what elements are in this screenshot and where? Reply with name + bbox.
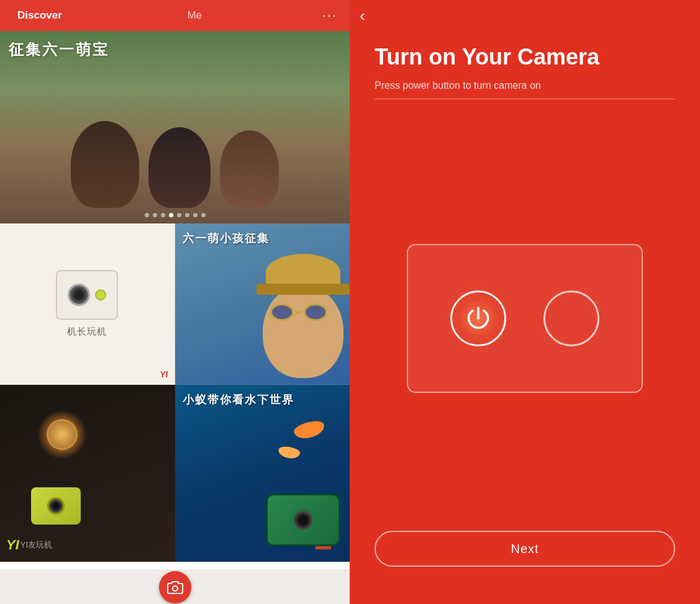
camera-lens	[68, 284, 90, 306]
camera-icon	[167, 580, 183, 594]
nav-discover[interactable]: Discover	[12, 7, 67, 24]
dot-5	[177, 213, 181, 217]
content-grid: YI 机长玩机 六一萌小孩征集	[0, 223, 350, 604]
dot-7	[193, 213, 198, 217]
cell1-label: 机长玩机	[67, 326, 107, 338]
yi-sub-text: YI友玩机	[20, 539, 52, 551]
next-button[interactable]: Next	[375, 531, 675, 567]
moto-camera	[31, 487, 81, 525]
record-button-ring	[537, 284, 606, 353]
right-panel: ‹ Turn on Your Camera Press power button…	[350, 0, 700, 604]
power-button-glow	[444, 284, 512, 353]
setup-subtitle: Press power button to turn camera on	[375, 80, 675, 91]
dot-1	[145, 213, 149, 217]
child-3	[220, 130, 279, 208]
top-nav: Discover Me ···	[0, 0, 350, 31]
camera-box-illustration	[407, 244, 643, 393]
child-1	[71, 121, 139, 208]
goggle-right	[304, 304, 327, 321]
child-2	[148, 127, 211, 208]
setup-content: Turn on Your Camera Press power button t…	[350, 31, 700, 604]
dot-3	[161, 213, 165, 217]
camera-indicator	[95, 289, 106, 300]
nav-more-icon[interactable]: ···	[322, 7, 337, 24]
left-panel: Discover Me ··· 征集六一萌宝	[0, 0, 350, 604]
kid-goggles-illustration	[175, 223, 350, 384]
camera-diagram	[375, 124, 675, 512]
kid-hat-brim	[257, 284, 350, 295]
camera-body-illustration	[56, 270, 118, 320]
grid-cell-underwater[interactable]: 小蚁带你看水下世界	[175, 385, 350, 562]
moto-lens	[47, 497, 65, 515]
yi-logo: YI	[160, 369, 168, 379]
camera-capture-button[interactable]	[159, 571, 191, 603]
goggle-bridge	[296, 311, 301, 313]
nav-me[interactable]: Me	[182, 7, 207, 24]
dot-8	[201, 213, 206, 217]
yi-brand-logo: YI YI友玩机	[6, 537, 52, 553]
hero-title: 征集六一萌宝	[9, 40, 109, 60]
power-button-outer	[450, 291, 506, 346]
grid-cell-moto-cam[interactable]: YI YI友玩机	[0, 385, 175, 562]
yi-text: YI	[6, 537, 19, 553]
dot-4-active	[169, 213, 173, 217]
underwater-camera	[266, 494, 340, 546]
bottom-bar	[0, 570, 350, 604]
headlight-ring	[47, 419, 78, 450]
right-top-bar: ‹	[350, 0, 700, 31]
goggle-left	[270, 304, 294, 321]
grid-cell-camera-product[interactable]: YI 机长玩机	[0, 223, 175, 385]
dot-6	[185, 213, 189, 217]
divider	[375, 99, 675, 99]
kid-hat	[266, 254, 340, 291]
goggles	[270, 304, 327, 321]
grid-cell-kids-collection[interactable]: 六一萌小孩征集	[175, 223, 350, 385]
cell4-label: 小蚁带你看水下世界	[183, 392, 294, 407]
power-icon	[463, 303, 494, 334]
dot-2	[153, 213, 157, 217]
children-scene	[0, 121, 350, 211]
kid-head	[263, 285, 343, 378]
next-button-wrap: Next	[375, 531, 675, 592]
pagination-dots	[0, 213, 350, 217]
hero-banner[interactable]: 征集六一萌宝	[0, 31, 350, 223]
cell3-background	[0, 385, 175, 562]
uw-lens	[291, 508, 316, 533]
setup-title: Turn on Your Camera	[375, 43, 675, 70]
svg-point-0	[173, 586, 178, 591]
record-button-outer	[543, 291, 599, 346]
back-button[interactable]: ‹	[360, 7, 365, 24]
